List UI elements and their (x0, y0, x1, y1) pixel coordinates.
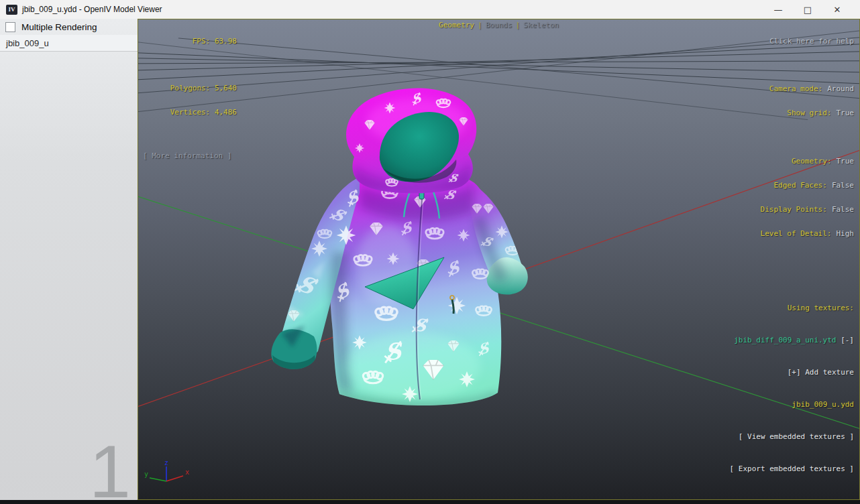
tab-geometry[interactable]: Geometry (439, 21, 474, 29)
texture-entry: jbib_diff_009_a_uni.ytd [-] (730, 335, 854, 346)
gizmo-y-axis (150, 478, 166, 481)
polygons-line: Polygons: 5,640 (143, 84, 237, 92)
show-grid-setting[interactable]: Show grid:True (761, 109, 854, 117)
tab-separator: | (478, 21, 482, 29)
gizmo-z-label: z (164, 460, 168, 466)
more-information-button[interactable]: [ More information ] (143, 152, 237, 160)
texture-file-link[interactable]: jbib_diff_009_a_uni.ytd (734, 336, 836, 344)
model-list-sidebar: Multiple Rendering jbib_009_u 1 (0, 19, 138, 500)
close-icon[interactable]: ✕ (822, 5, 852, 15)
gizmo-y-label: y (144, 470, 148, 478)
tab-separator: | (515, 21, 520, 29)
display-points-setting[interactable]: Display Points:False (761, 206, 854, 214)
openiv-model-viewer-window: IV jbib_009_u.ydd - OpenIV Model Viewer … (0, 0, 860, 504)
settings-overlay: Click here for help Camera mode:Around S… (761, 21, 854, 254)
model-list-item[interactable]: jbib_009_u (0, 35, 138, 52)
minimize-icon[interactable]: — (763, 5, 793, 15)
axis-gizmo: z y x (142, 460, 196, 498)
remove-texture-button[interactable]: [-] (841, 336, 854, 344)
main-area: Multiple Rendering jbib_009_u 1 (0, 19, 860, 504)
ground-grid (138, 31, 859, 120)
gizmo-x-label: x (185, 468, 189, 476)
camera-mode-setting[interactable]: Camera mode:Around (761, 85, 854, 93)
vertices-line: Vertices: 4,486 (143, 109, 237, 117)
level-of-detail-setting[interactable]: Level of Detail:High (761, 230, 854, 238)
export-embedded-textures-button[interactable]: [ Export embedded textures ] (730, 464, 854, 475)
window-controls: — □ ✕ (763, 5, 852, 15)
render-mode-tabs: Geometry|Bounds|Skeleton (439, 21, 559, 38)
app-icon-text: IV (8, 6, 15, 13)
app-icon: IV (6, 5, 17, 15)
multiple-rendering-label: Multiple Rendering (21, 22, 97, 32)
geometry-setting[interactable]: Geometry:True (761, 158, 854, 166)
stats-overlay: FPS: 63.98 Polygons: 5,640 Vertices: 4,4… (143, 21, 237, 176)
textures-overlay: Using textures: jbib_diff_009_a_uni.ytd … (730, 281, 854, 496)
page-number: 1 (89, 434, 131, 500)
view-embedded-textures-button[interactable]: [ View embedded textures ] (730, 432, 854, 442)
viewport-3d[interactable]: S (138, 19, 860, 500)
model-file-name: jbib_009_u.ydd (730, 399, 854, 410)
titlebar: IV jbib_009_u.ydd - OpenIV Model Viewer … (0, 0, 860, 19)
multiple-rendering-checkbox[interactable] (5, 22, 15, 32)
maximize-icon[interactable]: □ (793, 5, 822, 15)
help-link[interactable]: Click here for help (761, 38, 854, 46)
edged-faces-setting[interactable]: Edged Faces:False (761, 182, 854, 190)
using-textures-header: Using textures: (730, 303, 854, 314)
tab-skeleton[interactable]: Skeleton (523, 21, 559, 29)
tab-bounds[interactable]: Bounds (486, 21, 513, 29)
window-title: jbib_009_u.ydd - OpenIV Model Viewer (22, 5, 162, 14)
add-texture-button[interactable]: [+] Add texture (730, 367, 854, 378)
multiple-rendering-row: Multiple Rendering (0, 19, 138, 35)
fps-line: FPS: 63.98 (143, 38, 237, 46)
gizmo-x-axis (166, 476, 183, 481)
